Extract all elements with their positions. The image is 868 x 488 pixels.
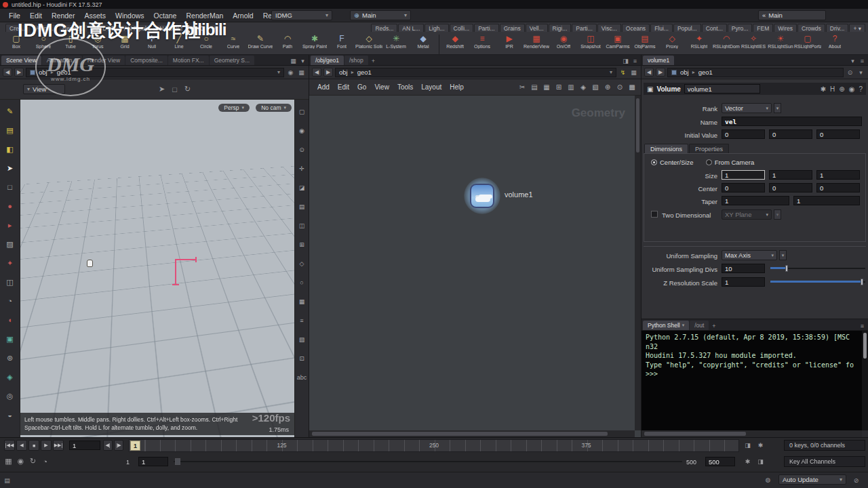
current-frame-marker[interactable]: 1 (130, 441, 140, 451)
shelf-tab[interactable]: Cont... (702, 24, 727, 32)
tab-properties[interactable]: Properties (689, 144, 729, 154)
playbar-icon[interactable]: ✱ (756, 441, 765, 449)
shelf-tool[interactable]: ▦ RenderView (523, 33, 550, 56)
shelf-tab[interactable]: FEM (753, 24, 773, 32)
viewport-tool-icon[interactable]: ▣ (4, 333, 16, 345)
network-toolbar-icon[interactable]: ⊙ (615, 83, 625, 92)
plane-select[interactable]: XY Plane ▾ (722, 209, 772, 220)
projection-pill[interactable]: Persp ▾ (218, 104, 250, 112)
network-menu-item[interactable]: View (370, 82, 393, 92)
shelf-tab[interactable]: Crowds (797, 24, 825, 32)
path-caret-icon[interactable]: ▾ (277, 69, 280, 75)
volume-node[interactable] (470, 184, 494, 208)
network-toolbar-icon[interactable]: ▥ (566, 83, 576, 92)
viewport-tool-icon[interactable]: □ (4, 181, 16, 193)
camera-icon[interactable]: ◉ (286, 68, 295, 77)
shelf-tool[interactable]: ◇ Proxy (658, 33, 686, 56)
initial-z-field[interactable]: 0 (816, 129, 860, 139)
network-toolbar-icon[interactable]: ▩ (627, 83, 637, 92)
viewport-tool-icon[interactable]: ◔ (4, 295, 16, 307)
caret-icon[interactable]: ▾ (856, 68, 865, 77)
network-menu-item[interactable]: Add (313, 82, 334, 92)
transport-button[interactable]: ■ (28, 440, 39, 451)
pane-menu-icon[interactable]: ▾ (298, 56, 307, 65)
playbar-icon[interactable]: ◔ (41, 457, 50, 466)
shelf-overflow-button[interactable]: + ▾ (849, 24, 865, 32)
shelf-tab[interactable]: Pyro... (728, 24, 753, 32)
display-option-icon[interactable]: ▤ (296, 201, 307, 211)
key-all-channels-button[interactable]: Key All Channels (784, 456, 865, 467)
shelf-tool[interactable]: ▢ RSLightPortal (794, 33, 821, 56)
path-node[interactable]: geo1 (357, 68, 372, 76)
node-name-field[interactable]: volume1 (684, 84, 760, 94)
display-option-icon[interactable]: ▢ (296, 106, 307, 117)
add-pane-tab-button[interactable]: + (709, 321, 718, 330)
display-option-icon[interactable]: ○ (296, 277, 307, 287)
playbar-icon[interactable]: ↻ (28, 457, 37, 466)
display-option-icon[interactable]: ◫ (296, 220, 307, 230)
range-start-field[interactable]: 1 (138, 457, 168, 466)
network-hscrollbar[interactable] (309, 430, 635, 437)
display-option-icon[interactable]: ▦ (296, 296, 307, 306)
two-dimensional-checkbox[interactable] (651, 211, 658, 218)
cancel-cook-icon[interactable]: ⊘ (852, 476, 861, 485)
forward-icon[interactable]: ▶ (14, 68, 24, 77)
viewport-tool-icon[interactable]: ▤ (4, 124, 16, 136)
viewport-tool-icon[interactable]: ⊛ (4, 352, 16, 364)
shelf-tab[interactable]: Parti... (572, 24, 597, 32)
python-console[interactable]: Python 2.7.15 (default, Apr 8 2019, 15:3… (642, 331, 862, 430)
viewport-tool-icon[interactable]: ◎ (4, 390, 16, 402)
network-toolbar-icon[interactable]: ▤ (530, 83, 539, 92)
size-y-field[interactable]: 1 (769, 170, 812, 180)
back-icon[interactable]: ◀ (312, 68, 321, 77)
console-hscrollbar[interactable] (642, 430, 862, 437)
playbar-icon[interactable]: ◉ (16, 457, 25, 466)
shelf-tab[interactable]: Colli... (450, 24, 474, 32)
display-option-icon[interactable]: ⊞ (296, 239, 307, 249)
shelf-tab[interactable]: Rigi... (549, 24, 572, 32)
pin-icon[interactable]: ⊙ (846, 68, 854, 77)
keys-info-box[interactable]: 0 keys, 0/0 channels (784, 440, 865, 451)
initial-x-field[interactable]: 0 (722, 129, 765, 139)
display-option-icon[interactable]: ◪ (296, 182, 307, 192)
viewport-tool-icon[interactable]: ✎ (4, 105, 16, 117)
network-menu-item[interactable]: Layout (417, 82, 446, 92)
shelf-tool[interactable]: ☀ RSLightSun (767, 33, 794, 56)
playbar-icon[interactable]: ✱ (743, 457, 752, 466)
help-icon[interactable]: ? (859, 85, 863, 93)
auto-update-select[interactable]: Auto Update ▾ (778, 474, 846, 485)
lasso-tool-icon[interactable]: □ (170, 85, 179, 94)
pane-split-icon[interactable]: ◨ (621, 56, 630, 65)
shelf-tool[interactable]: ▤ ObjParms (631, 33, 658, 56)
network-vscrollbar[interactable] (635, 96, 641, 430)
radio-center-size[interactable]: Center/Size (651, 159, 694, 166)
display-option-icon[interactable]: ▧ (296, 334, 307, 344)
step-forward-button[interactable]: |▶ (114, 440, 123, 451)
shelf-tab[interactable]: Ligh... (425, 24, 448, 32)
path-root[interactable]: obj (680, 68, 689, 76)
pane-tab[interactable]: Composite... (125, 56, 167, 65)
shelf-tool[interactable]: ◉ On/Off (550, 33, 577, 56)
grid-icon[interactable]: ▦ (629, 68, 638, 77)
shelf-tool[interactable]: ◠ Path (274, 33, 301, 56)
network-menu-item[interactable]: Edit (334, 82, 353, 92)
back-icon[interactable]: ◀ (3, 68, 12, 77)
viewport-canvas[interactable]: Persp ▾ No cam ▾ Left mouse tumbles. Mid… (20, 100, 294, 437)
transport-button[interactable]: ◀ (16, 440, 27, 451)
network-toolbar-icon[interactable]: ▦ (542, 83, 551, 92)
rank-spinner[interactable]: ▾ (774, 103, 781, 113)
network-menu-item[interactable]: Tools (393, 82, 417, 92)
shelf-tab[interactable]: Wires (774, 24, 797, 32)
shelf-tool[interactable]: ? About (821, 33, 848, 56)
pane-tab-out[interactable]: /out (690, 321, 709, 330)
display-option-icon[interactable]: ✛ (296, 163, 307, 174)
pane-grid-icon[interactable]: ▦ (289, 56, 298, 65)
shelf-tool[interactable]: F Font (328, 33, 355, 56)
lock-icon[interactable]: ◉ (849, 85, 855, 93)
timeline-ruler[interactable]: 125 250 375 1 (129, 439, 739, 452)
taper-y-field[interactable]: 1 (793, 196, 860, 205)
shelf-tab[interactable]: Flui... (650, 24, 673, 32)
network-toolbar-icon[interactable]: ▧ (591, 83, 600, 92)
shelf-tab[interactable]: Grains (500, 24, 525, 32)
step-back-button[interactable]: ◀| (103, 440, 113, 451)
